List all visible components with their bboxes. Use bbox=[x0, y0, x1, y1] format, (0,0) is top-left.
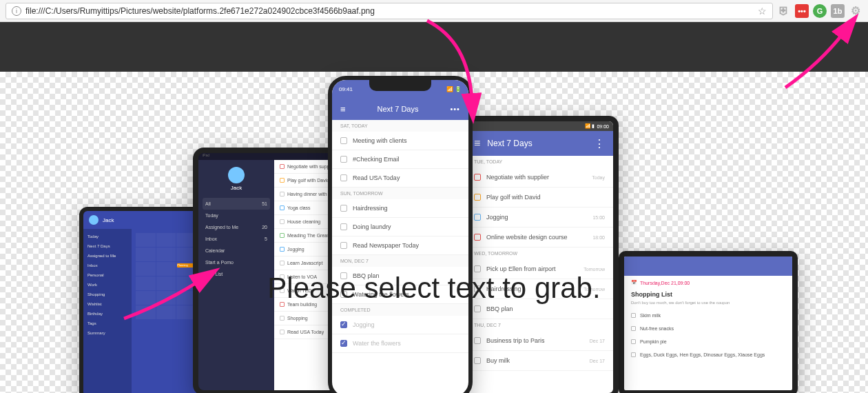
task-item[interactable]: Play golf with David bbox=[466, 188, 613, 208]
screen-title: Next 7 Days bbox=[378, 105, 419, 113]
list-title: Shopping List bbox=[624, 290, 792, 299]
device-iphone: 09:41📶 🔋 ≡Next 7 Days••• SAT, TODAYMeeti… bbox=[328, 76, 473, 393]
status-time: 09:00 bbox=[597, 124, 609, 129]
task-list: TUE, TODAYNegotiate with supplierTodayPl… bbox=[466, 156, 613, 371]
extension-settings-icon[interactable]: ⚙ bbox=[849, 4, 862, 18]
sidebar-item[interactable]: All51 bbox=[203, 198, 270, 210]
annotation-arrow bbox=[778, 29, 861, 101]
sidebar-item[interactable]: Calendar bbox=[203, 245, 270, 256]
overlay-instruction-text: Please select text to grab. bbox=[267, 272, 600, 305]
shopping-list: Skim milkNut-free snacksPumpkin pieEggs,… bbox=[624, 309, 792, 361]
annotation-arrow bbox=[420, 14, 489, 113]
task-item[interactable]: Negotiate with supplierToday bbox=[466, 168, 613, 188]
extension-shield-icon[interactable]: ⛨ bbox=[777, 4, 791, 18]
section-header: MON, DEC 7 bbox=[332, 255, 468, 267]
status-icons: 📶 ▮ bbox=[585, 123, 595, 129]
task-item[interactable]: Read USA Today bbox=[332, 169, 468, 188]
section-header: THU, DEC 7 bbox=[466, 319, 613, 331]
section-header: WED, TOMORROW bbox=[466, 248, 613, 259]
avatar bbox=[89, 215, 99, 225]
sidebar-item[interactable]: Next 7 Days bbox=[83, 241, 132, 251]
list-item[interactable]: Pumpkin pie bbox=[624, 335, 792, 348]
task-item[interactable]: Hairdressing bbox=[332, 199, 468, 218]
task-item[interactable]: Online website design course18:00 bbox=[466, 228, 613, 248]
site-info-icon[interactable]: i bbox=[12, 6, 21, 16]
task-item[interactable]: Jogging bbox=[332, 316, 468, 334]
annotation-arrow bbox=[121, 277, 210, 328]
sidebar-item[interactable]: Add List bbox=[203, 268, 270, 280]
sidebar-item[interactable]: Today bbox=[83, 232, 132, 241]
task-item[interactable]: Meeting with clients bbox=[332, 132, 468, 150]
list-item[interactable]: Skim milk bbox=[624, 309, 792, 322]
extension-grammarly-icon[interactable]: G bbox=[813, 4, 827, 18]
device-android: 📶 ▮09:00 ≡Next 7 Days⋮ TUE, TODAYNegotia… bbox=[460, 116, 619, 393]
task-item[interactable]: Buy milkDec 17 bbox=[466, 351, 613, 371]
sidebar-item[interactable]: Inbox5 bbox=[203, 233, 270, 245]
extension-lastpass-icon[interactable]: ••• bbox=[795, 4, 809, 18]
task-item[interactable]: Water the flowers bbox=[332, 334, 468, 353]
device-tablet-list: 📅Thursday,Dec 21,09:00 Shopping List Don… bbox=[619, 251, 798, 393]
viewport: JackOct, 2017 TodayNext 7 DaysAssigned t… bbox=[0, 22, 868, 393]
list-item[interactable]: Nut-free snacks bbox=[624, 322, 792, 335]
hamburger-icon[interactable]: ≡ bbox=[340, 104, 346, 114]
screen-title: Next 7 Days bbox=[487, 139, 587, 148]
list-item[interactable]: Eggs, Duck Eggs, Hen Eggs, Dinosaur Eggs… bbox=[624, 348, 792, 361]
sidebar-item[interactable]: Inbox bbox=[83, 261, 132, 270]
task-item[interactable]: Jogging15:00 bbox=[466, 208, 613, 228]
extension-1b-icon[interactable]: 1b bbox=[831, 4, 845, 18]
list-description: Don't buy too much, we don't forget to u… bbox=[624, 299, 792, 309]
ipad-sidebar: Jack All51TodayAssigned to Me20Inbox5Cal… bbox=[198, 160, 274, 390]
user-name: Jack bbox=[203, 185, 270, 191]
more-icon[interactable]: ⋮ bbox=[594, 137, 605, 150]
status-time: 09:41 bbox=[339, 86, 353, 92]
url-text: file:///C:/Users/Rumyittips/Pictures/web… bbox=[25, 6, 375, 16]
hamburger-icon[interactable]: ≡ bbox=[474, 137, 480, 150]
sidebar-item[interactable]: Summary bbox=[83, 328, 132, 338]
section-header: TUE, TODAY bbox=[466, 156, 613, 168]
sidebar-item[interactable]: Assigned to Me bbox=[83, 251, 132, 261]
status-left: iPad bbox=[203, 153, 209, 160]
task-item[interactable]: Business trip to ParisDec 17 bbox=[466, 331, 613, 351]
section-header: SAT, TODAY bbox=[332, 120, 468, 132]
date-label: Thursday,Dec 21,09:00 bbox=[640, 281, 690, 285]
section-header: COMPLETED bbox=[332, 304, 468, 316]
header-bar bbox=[624, 256, 792, 276]
bookmark-star-icon[interactable]: ☆ bbox=[758, 6, 767, 17]
calendar-icon: 📅 bbox=[631, 280, 637, 285]
task-item[interactable]: #Checking Email bbox=[332, 150, 468, 169]
sidebar-item[interactable]: Today bbox=[203, 210, 270, 221]
avatar bbox=[228, 167, 245, 183]
address-bar[interactable]: i file:///C:/Users/Rumyittips/Pictures/w… bbox=[6, 3, 773, 19]
task-list: SAT, TODAYMeeting with clients#Checking … bbox=[332, 120, 468, 353]
section-header: SUN, TOMORROW bbox=[332, 188, 468, 199]
task-item[interactable]: Read Newspaper Today bbox=[332, 236, 468, 255]
task-item[interactable]: Doing laundry bbox=[332, 218, 468, 236]
user-name: Jack bbox=[103, 217, 114, 223]
sidebar-item[interactable]: Assigned to Me20 bbox=[203, 221, 270, 233]
sidebar-item[interactable]: Start a Pomo bbox=[203, 256, 270, 268]
